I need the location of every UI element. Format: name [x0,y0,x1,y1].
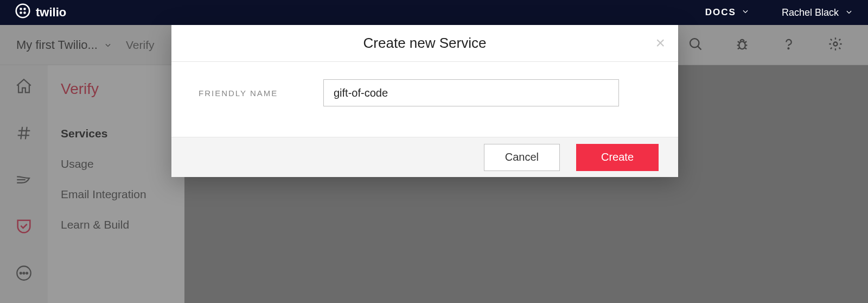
svg-point-3 [20,11,22,14]
create-button[interactable]: Create [576,144,659,171]
modal-title: Create new Service [363,35,487,52]
friendly-name-input[interactable] [323,79,619,106]
brand[interactable]: twilio [15,3,66,22]
modal-footer: Cancel Create [171,137,678,177]
modal-header: Create new Service × [171,25,678,62]
user-name: Rachel Black [782,7,839,18]
brand-label: twilio [36,5,66,20]
cancel-button[interactable]: Cancel [484,144,560,171]
docs-label: DOCS [705,7,736,18]
close-icon[interactable]: × [655,35,665,51]
user-menu[interactable]: Rachel Black [782,7,853,18]
docs-link[interactable]: DOCS [705,7,749,18]
chevron-down-icon [742,7,749,18]
topbar: twilio DOCS Rachel Black [0,0,868,25]
twilio-logo-icon [15,3,30,22]
chevron-down-icon [845,7,853,18]
svg-point-0 [16,4,30,18]
friendly-name-label: FRIENDLY NAME [199,89,323,98]
svg-point-1 [20,8,22,10]
modal-body: FRIENDLY NAME [171,62,678,137]
svg-point-2 [23,8,26,10]
svg-point-4 [23,11,26,14]
create-service-modal: Create new Service × FRIENDLY NAME Cance… [171,25,678,177]
